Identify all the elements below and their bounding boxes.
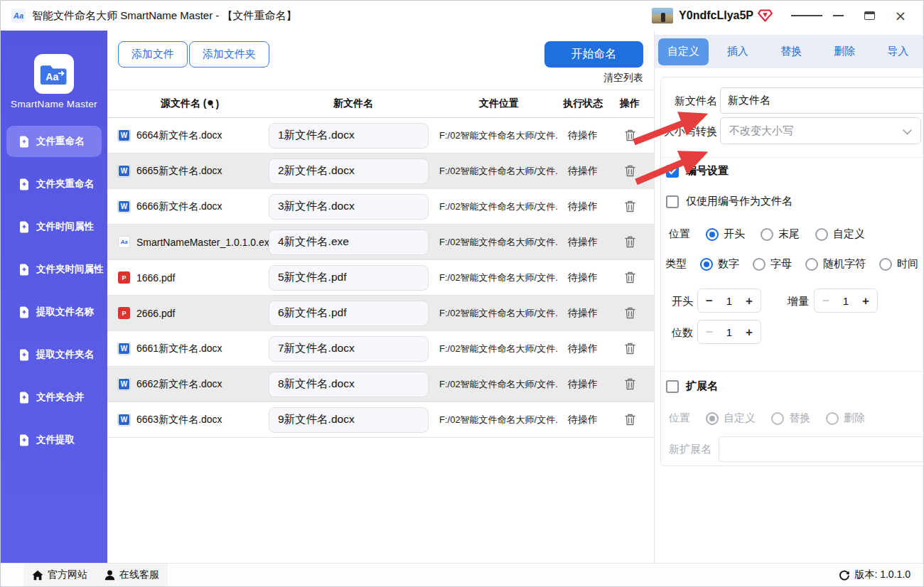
delete-button[interactable] bbox=[606, 378, 654, 390]
new-filename-input[interactable]: 4新文件名.exe bbox=[269, 230, 429, 255]
online-support-link[interactable]: 在线客服 bbox=[96, 564, 168, 586]
official-website-link[interactable]: 官方网站 bbox=[23, 564, 96, 586]
version-info[interactable]: 版本: 1.0.1.0 bbox=[839, 569, 923, 581]
new-extension-field[interactable] bbox=[719, 436, 924, 462]
new-filename-input[interactable]: 5新文件名.pdf bbox=[269, 265, 429, 291]
radio-ext-replace[interactable]: 替换 bbox=[771, 411, 810, 425]
maximize-button[interactable] bbox=[854, 4, 885, 28]
header-new-name: 新文件名 bbox=[269, 97, 438, 110]
new-filename-label: 新文件名 bbox=[655, 95, 717, 108]
user-avatar[interactable] bbox=[652, 8, 673, 23]
radio-ext-delete[interactable]: 删除 bbox=[826, 411, 865, 425]
username[interactable]: Y0ndfcLlya5P bbox=[679, 9, 753, 22]
minus-button[interactable]: − bbox=[822, 295, 829, 307]
header-source: 源文件名 ( ) bbox=[111, 97, 269, 110]
trash-icon bbox=[625, 165, 635, 177]
delete-button[interactable] bbox=[606, 307, 654, 319]
menu-button[interactable] bbox=[791, 4, 822, 28]
new-filename-input[interactable]: 6新文件名.pdf bbox=[269, 301, 429, 326]
only-number-checkbox-row[interactable]: 仅使用编号作为文件名 bbox=[666, 195, 793, 208]
word-file-icon: W bbox=[118, 165, 130, 177]
extension-checkbox-row[interactable]: 扩展名 bbox=[666, 379, 718, 393]
doc-plus-icon bbox=[19, 434, 29, 446]
delete-button[interactable] bbox=[606, 165, 654, 177]
new-filename-input[interactable]: 8新文件名.docx bbox=[269, 372, 429, 397]
minus-button[interactable]: − bbox=[706, 295, 713, 307]
delete-button[interactable] bbox=[606, 271, 654, 284]
trash-icon bbox=[625, 236, 635, 248]
new-filename-input[interactable]: 3新文件名.docx bbox=[269, 194, 429, 220]
status-text: 待操作 bbox=[560, 129, 606, 142]
radio-icon bbox=[815, 228, 828, 241]
sidebar-item-folder-merge[interactable]: 文件夹合并 bbox=[6, 382, 102, 413]
delete-button[interactable] bbox=[606, 343, 654, 355]
sidebar-item-folder-rename[interactable]: 文件夹重命名 bbox=[6, 168, 102, 200]
start-number-stepper[interactable]: − 1 + bbox=[697, 289, 761, 313]
sidebar-item-file-extract[interactable]: 文件提取 bbox=[6, 424, 102, 456]
tab-import[interactable]: 导入 bbox=[871, 45, 924, 58]
status-text: 待操作 bbox=[560, 343, 606, 355]
tab-delete[interactable]: 删除 bbox=[818, 45, 871, 58]
sidebar-item-file-time[interactable]: 文件时间属性 bbox=[6, 211, 102, 242]
radio-position-end[interactable]: 末尾 bbox=[761, 227, 800, 241]
tab-custom[interactable]: 自定义 bbox=[658, 38, 709, 65]
checkbox-unchecked-icon[interactable] bbox=[666, 380, 679, 393]
radio-ext-custom[interactable]: 自定义 bbox=[706, 411, 756, 425]
plus-button[interactable]: + bbox=[746, 295, 753, 307]
sidebar-item-extract-foldername[interactable]: 提取文件夹名 bbox=[6, 339, 102, 370]
window-title: 智能文件命名大师 SmartName Master - 【文件重命名】 bbox=[32, 9, 297, 23]
file-list: W6664新文件名.docx 1新文件名.docx F:/02智能文件命名大师/… bbox=[107, 118, 654, 438]
radio-position-start[interactable]: 开头 bbox=[706, 227, 745, 241]
source-filename: 2666.pdf bbox=[136, 308, 176, 319]
new-filename-input[interactable]: 1新文件名.docx bbox=[269, 123, 429, 149]
start-rename-button[interactable]: 开始命名 bbox=[544, 41, 643, 68]
close-button[interactable]: × bbox=[885, 4, 916, 28]
delete-button[interactable] bbox=[606, 129, 654, 141]
trash-icon bbox=[625, 343, 635, 355]
radio-type-random[interactable]: 随机字符 bbox=[805, 257, 866, 271]
minimize-button[interactable] bbox=[822, 4, 854, 28]
digits-label: 位数 bbox=[672, 326, 693, 340]
radio-type-time[interactable]: 时间 bbox=[879, 257, 918, 271]
case-convert-select[interactable]: 不改变大小写 bbox=[720, 117, 921, 144]
tab-replace[interactable]: 替换 bbox=[764, 45, 817, 58]
numbering-checkbox-row[interactable]: 编号设置 bbox=[666, 164, 729, 178]
new-filename-input[interactable]: 9新文件名.docx bbox=[269, 407, 429, 433]
sidebar-item-folder-time[interactable]: 文件夹时间属性 bbox=[6, 254, 102, 285]
table-header: 源文件名 ( ) 新文件名 文件位置 执行状态 操作 bbox=[107, 90, 654, 118]
radio-type-letter[interactable]: 字母 bbox=[753, 257, 792, 271]
home-icon bbox=[32, 570, 43, 581]
svg-text:Aa: Aa bbox=[45, 71, 58, 82]
delete-button[interactable] bbox=[606, 414, 654, 426]
sidebar-item-file-rename[interactable]: 文件重命名 bbox=[6, 126, 102, 157]
checkbox-checked-icon[interactable] bbox=[666, 165, 679, 178]
app-logo: Aa bbox=[34, 54, 74, 94]
increment-stepper[interactable]: − 1 + bbox=[814, 289, 878, 313]
minus-button[interactable]: − bbox=[706, 326, 713, 338]
plus-button[interactable]: + bbox=[746, 326, 753, 338]
radio-position-custom[interactable]: 自定义 bbox=[815, 227, 865, 241]
clear-list-button[interactable]: 清空列表 bbox=[603, 72, 643, 85]
new-filename-field[interactable] bbox=[720, 87, 924, 114]
exe-file-icon: Aa bbox=[118, 236, 130, 248]
tab-insert[interactable]: 插入 bbox=[711, 45, 764, 58]
doc-plus-icon bbox=[19, 221, 29, 233]
title-bar: Aa 智能文件命名大师 SmartName Master - 【文件重命名】 Y… bbox=[1, 1, 923, 31]
footer-bar: 官方网站 在线客服 版本: 1.0.1.0 bbox=[1, 563, 923, 586]
radio-type-number[interactable]: 数字 bbox=[700, 257, 739, 271]
add-folder-button[interactable]: 添加文件夹 bbox=[189, 41, 269, 68]
digits-stepper[interactable]: − 1 + bbox=[697, 320, 761, 344]
add-file-button[interactable]: 添加文件 bbox=[118, 41, 188, 68]
delete-button[interactable] bbox=[606, 236, 654, 248]
checkbox-unchecked-icon[interactable] bbox=[666, 195, 679, 208]
delete-button[interactable] bbox=[606, 200, 654, 212]
sidebar-item-extract-filename[interactable]: 提取文件名称 bbox=[6, 296, 102, 328]
new-filename-input[interactable]: 2新文件名.docx bbox=[269, 158, 429, 184]
file-location: F:/02智能文件命名大师/文件. bbox=[438, 307, 560, 320]
new-filename-input[interactable]: 7新文件名.docx bbox=[269, 336, 429, 362]
plus-button[interactable]: + bbox=[862, 295, 869, 307]
source-filename: 6665新文件名.docx bbox=[136, 165, 222, 178]
person-icon bbox=[104, 570, 115, 581]
pdf-file-icon: P bbox=[118, 307, 130, 319]
vip-badge-icon[interactable] bbox=[758, 9, 773, 23]
